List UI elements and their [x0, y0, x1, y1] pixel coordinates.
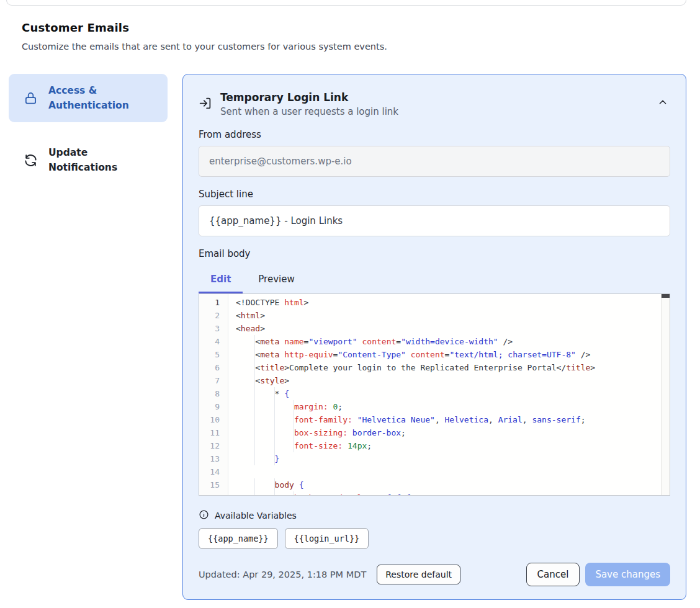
line-number: 6 [199, 361, 228, 374]
code-line: 5<meta http-equiv="Content-Type" content… [199, 348, 670, 361]
line-number: 1 [199, 296, 228, 309]
line-number: 5 [199, 348, 228, 361]
line-number: 13 [199, 452, 228, 465]
code-line: 16background-color: #f9f9f9; [199, 491, 670, 496]
code-line: 11box-sizing: border-box; [199, 426, 670, 439]
panel-footer: Updated: Apr 29, 2025, 1:18 PM MDT Resto… [199, 563, 670, 586]
info-icon [199, 509, 209, 522]
code-line: 12font-size: 14px; [199, 439, 670, 452]
variable-chip-app-name[interactable]: {{app_name}} [199, 528, 278, 549]
code-line: 4<meta name="viewport" content="width=de… [199, 335, 670, 348]
email-body-label: Email body [199, 248, 670, 259]
from-address-label: From address [199, 129, 670, 140]
sidebar: Access & Authentication Update Notificat… [9, 74, 168, 184]
line-number: 2 [199, 309, 228, 322]
line-number: 7 [199, 374, 228, 387]
available-variables-label: Available Variables [215, 511, 297, 521]
sidebar-item-label: Update Notifications [48, 145, 159, 175]
collapse-button[interactable] [655, 95, 670, 112]
line-number: 10 [199, 413, 228, 426]
line-number: 4 [199, 335, 228, 348]
line-number: 15 [199, 478, 228, 491]
code-line: 6<title>Complete your login to the Repli… [199, 361, 670, 374]
lock-icon [24, 91, 38, 105]
code-line: 13} [199, 452, 670, 465]
refresh-icon [24, 153, 38, 168]
editor-lines: 1<!DOCTYPE html>2<html>3<head>4<meta nam… [199, 294, 670, 496]
code-line: 14 [199, 465, 670, 478]
available-variables-header: Available Variables [199, 509, 670, 522]
line-number: 16 [199, 491, 228, 496]
code-line: 10font-family: "Helvetica Neue", Helveti… [199, 413, 670, 426]
code-line: 7<style> [199, 374, 670, 387]
panel-header: Temporary Login Link Sent when a user re… [199, 91, 670, 117]
line-number: 14 [199, 465, 228, 478]
email-settings-panel: Temporary Login Link Sent when a user re… [182, 74, 686, 600]
page-title: Customer Emails [22, 21, 678, 34]
save-changes-button[interactable]: Save changes [585, 563, 670, 586]
line-number: 3 [199, 322, 228, 335]
subject-line-label: Subject line [199, 189, 670, 200]
code-line: 1<!DOCTYPE html> [199, 296, 670, 309]
updated-timestamp: Updated: Apr 29, 2025, 1:18 PM MDT [199, 570, 366, 579]
line-number: 9 [199, 400, 228, 413]
previous-card-bottom-edge [6, 0, 686, 6]
panel-subtitle: Sent when a user requests a login link [220, 106, 398, 117]
editor-scrollbar-thumb[interactable] [662, 294, 670, 298]
page-header: Customer Emails Customize the emails tha… [0, 21, 700, 51]
editor-scrollbar[interactable] [661, 294, 670, 495]
subject-line-input[interactable] [199, 205, 670, 236]
tab-preview[interactable]: Preview [246, 267, 306, 293]
email-body-tabs: Edit Preview [199, 267, 670, 293]
code-line: 3<head> [199, 322, 670, 335]
tab-edit[interactable]: Edit [199, 267, 243, 293]
sidebar-item-update-notifications[interactable]: Update Notifications [9, 136, 168, 184]
line-number: 11 [199, 426, 228, 439]
sidebar-item-access-authentication[interactable]: Access & Authentication [9, 74, 168, 122]
sidebar-item-label: Access & Authentication [48, 83, 159, 113]
line-number: 8 [199, 387, 228, 400]
cancel-button[interactable]: Cancel [526, 563, 580, 586]
code-line: 9margin: 0; [199, 400, 670, 413]
line-number: 12 [199, 439, 228, 452]
from-address-input[interactable] [199, 146, 670, 177]
code-line: 2<html> [199, 309, 670, 322]
restore-default-button[interactable]: Restore default [377, 565, 460, 584]
code-editor[interactable]: 1<!DOCTYPE html>2<html>3<head>4<meta nam… [199, 293, 670, 496]
code-line: 8* { [199, 387, 670, 400]
panel-title: Temporary Login Link [220, 91, 398, 104]
page-subtitle: Customize the emails that are sent to yo… [22, 42, 678, 51]
log-in-icon [199, 97, 212, 112]
code-line: 15body { [199, 478, 670, 491]
chevron-up-icon [658, 100, 668, 109]
variable-chip-login-url[interactable]: {{login_url}} [285, 528, 369, 549]
variable-chips: {{app_name}} {{login_url}} [199, 528, 670, 549]
